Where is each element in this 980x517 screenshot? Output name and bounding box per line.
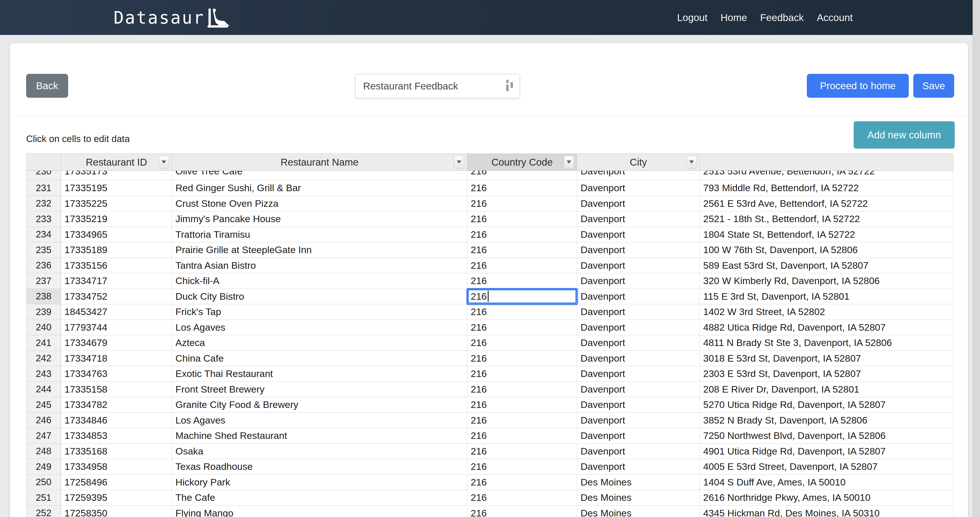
cell-country-code[interactable]: 216 bbox=[467, 506, 577, 517]
cell-restaurant-id[interactable]: 17335219 bbox=[61, 211, 172, 227]
cell-address[interactable]: 3852 N Brady St, Davenport, IA 52806 bbox=[700, 413, 953, 428]
cell-address[interactable]: 208 E River Dr, Davenport, IA 52801 bbox=[700, 382, 953, 397]
cell-address[interactable]: 4345 Hickman Rd, Des Moines, IA 50310 bbox=[700, 506, 953, 517]
column-header-country-code[interactable]: Country Code bbox=[467, 154, 577, 171]
row-number-cell[interactable]: 233 bbox=[26, 211, 61, 227]
cell-restaurant-name[interactable]: Machine Shed Restaurant bbox=[172, 428, 467, 444]
nav-link-home[interactable]: Home bbox=[721, 12, 747, 23]
cell-city[interactable]: Davenport bbox=[577, 320, 700, 335]
cell-restaurant-name[interactable]: Frick's Tap bbox=[172, 304, 467, 320]
cell-country-code[interactable]: 216 bbox=[467, 397, 577, 413]
cell-country-code[interactable]: 216 bbox=[467, 171, 577, 180]
cell-city[interactable]: Davenport bbox=[577, 428, 700, 444]
cell-country-code[interactable]: 216 bbox=[467, 211, 577, 227]
cell-country-code[interactable]: 216 bbox=[467, 289, 577, 305]
cell-city[interactable]: Davenport bbox=[577, 413, 700, 428]
cell-address[interactable]: 4882 Utica Ridge Rd, Davenport, IA 52807 bbox=[700, 320, 953, 335]
cell-city[interactable]: Davenport bbox=[577, 397, 700, 413]
cell-city[interactable]: Davenport bbox=[577, 382, 700, 397]
nav-link-feedback[interactable]: Feedback bbox=[760, 12, 804, 23]
column-header-restaurant-name[interactable]: Restaurant Name bbox=[172, 154, 467, 171]
cell-city[interactable]: Davenport bbox=[577, 351, 700, 367]
cell-address[interactable]: 3018 E 53rd St, Davenport, IA 52807 bbox=[700, 351, 953, 367]
nav-link-account[interactable]: Account bbox=[817, 12, 853, 23]
cell-address[interactable]: 100 W 76th St, Davenport, IA 52806 bbox=[700, 242, 953, 258]
cell-address[interactable]: 1402 W 3rd Street, IA 52802 bbox=[700, 304, 953, 320]
cell-restaurant-name[interactable]: Crust Stone Oven Pizza bbox=[172, 196, 467, 212]
row-number-cell[interactable]: 236 bbox=[26, 258, 61, 274]
cell-restaurant-name[interactable]: Osaka bbox=[172, 444, 467, 460]
cell-restaurant-id[interactable]: 17334718 bbox=[61, 351, 172, 367]
cell-country-code[interactable]: 216 bbox=[467, 382, 577, 397]
cell-country-code[interactable]: 216 bbox=[467, 304, 577, 320]
cell-restaurant-id[interactable]: 17335173 bbox=[61, 171, 172, 180]
cell-city[interactable]: Davenport bbox=[577, 211, 700, 227]
cell-restaurant-id[interactable]: 17334752 bbox=[61, 289, 172, 305]
cell-restaurant-id[interactable]: 17258350 bbox=[61, 506, 172, 517]
cell-address[interactable]: 2521 - 18th St., Bettendorf, IA 52722 bbox=[700, 211, 953, 227]
rename-title-icon[interactable] bbox=[505, 79, 514, 93]
cell-city[interactable]: Davenport bbox=[577, 459, 700, 475]
cell-city[interactable]: Des Moines bbox=[577, 490, 700, 506]
column-header-address[interactable] bbox=[700, 154, 953, 171]
row-number-cell[interactable]: 243 bbox=[26, 366, 61, 382]
cell-country-code[interactable]: 216 bbox=[467, 475, 577, 490]
cell-city[interactable]: Davenport bbox=[577, 171, 700, 180]
cell-restaurant-name[interactable]: China Cafe bbox=[172, 351, 467, 367]
cell-restaurant-id[interactable]: 17334965 bbox=[61, 227, 172, 243]
cell-address[interactable]: 2303 E 53rd St, Davenport, IA 52807 bbox=[700, 366, 953, 382]
cell-restaurant-name[interactable]: Flying Mango bbox=[172, 506, 467, 517]
cell-restaurant-id[interactable]: 17334679 bbox=[61, 335, 172, 351]
cell-city[interactable]: Davenport bbox=[577, 273, 700, 289]
cell-restaurant-name[interactable]: Granite City Food & Brewery bbox=[172, 397, 467, 413]
filter-dropdown-icon[interactable] bbox=[159, 156, 169, 169]
cell-address[interactable]: 4811 N Brady St Ste 3, Davenport, IA 528… bbox=[700, 335, 953, 351]
cell-restaurant-id[interactable]: 17335158 bbox=[61, 382, 172, 397]
cell-country-code[interactable]: 216 bbox=[467, 351, 577, 367]
column-header-city[interactable]: City bbox=[577, 154, 700, 171]
cell-restaurant-name[interactable]: Azteca bbox=[172, 335, 467, 351]
cell-address[interactable]: 589 East 53rd St, Davenport, IA 52807 bbox=[700, 258, 953, 274]
cell-address[interactable]: 2616 Northridge Pkwy, Ames, IA 50010 bbox=[700, 490, 953, 506]
row-number-cell[interactable]: 251 bbox=[26, 490, 61, 506]
row-number-cell[interactable]: 250 bbox=[26, 475, 61, 490]
cell-city[interactable]: Davenport bbox=[577, 335, 700, 351]
cell-address[interactable]: 115 E 3rd St, Davenport, IA 52801 bbox=[700, 289, 953, 305]
cell-restaurant-id[interactable]: 17335168 bbox=[61, 444, 172, 460]
cell-address[interactable]: 4901 Utica Ridge Rd, Davenport, IA 52807 bbox=[700, 444, 953, 460]
cell-country-code[interactable]: 216 bbox=[467, 459, 577, 475]
cell-restaurant-id[interactable]: 17334958 bbox=[61, 459, 172, 475]
cell-country-code[interactable]: 216 bbox=[467, 490, 577, 506]
cell-city[interactable]: Davenport bbox=[577, 242, 700, 258]
row-number-cell[interactable]: 246 bbox=[26, 413, 61, 428]
cell-restaurant-id[interactable]: 17334846 bbox=[61, 413, 172, 428]
cell-restaurant-id[interactable]: 17334782 bbox=[61, 397, 172, 413]
cell-city[interactable]: Davenport bbox=[577, 444, 700, 460]
cell-address[interactable]: 2513 53rd Avenue, Bettendorf, IA 52722 bbox=[700, 171, 953, 180]
cell-restaurant-id[interactable]: 17793744 bbox=[61, 320, 172, 335]
cell-city[interactable]: Davenport bbox=[577, 304, 700, 320]
cell-restaurant-id[interactable]: 17334763 bbox=[61, 366, 172, 382]
save-button[interactable]: Save bbox=[913, 74, 954, 98]
row-number-cell[interactable]: 245 bbox=[26, 397, 61, 413]
cell-restaurant-id[interactable]: 17335195 bbox=[61, 180, 172, 196]
cell-restaurant-id[interactable]: 17258496 bbox=[61, 475, 172, 490]
cell-restaurant-id[interactable]: 18453427 bbox=[61, 304, 172, 320]
cell-country-code[interactable]: 216 bbox=[467, 273, 577, 289]
cell-restaurant-name[interactable]: Red Ginger Sushi, Grill & Bar bbox=[172, 180, 467, 196]
nav-link-logout[interactable]: Logout bbox=[677, 12, 708, 23]
cell-city[interactable]: Des Moines bbox=[577, 475, 700, 490]
cell-restaurant-id[interactable]: 17334717 bbox=[61, 273, 172, 289]
row-number-cell[interactable]: 235 bbox=[26, 242, 61, 258]
row-number-cell[interactable]: 231 bbox=[26, 180, 61, 196]
cell-city[interactable]: Davenport bbox=[577, 258, 700, 274]
cell-address[interactable]: 793 Middle Rd, Bettendorf, IA 52722 bbox=[700, 180, 953, 196]
cell-restaurant-name[interactable]: Duck City Bistro bbox=[172, 289, 467, 305]
cell-restaurant-name[interactable]: Tantra Asian Bistro bbox=[172, 258, 467, 274]
row-number-cell[interactable]: 240 bbox=[26, 320, 61, 335]
cell-country-code[interactable]: 216 bbox=[467, 428, 577, 444]
cell-restaurant-name[interactable]: Front Street Brewery bbox=[172, 382, 467, 397]
cell-country-code[interactable]: 216 bbox=[467, 335, 577, 351]
page-scrollbar[interactable] bbox=[973, 0, 980, 517]
cell-restaurant-name[interactable]: Los Agaves bbox=[172, 320, 467, 335]
